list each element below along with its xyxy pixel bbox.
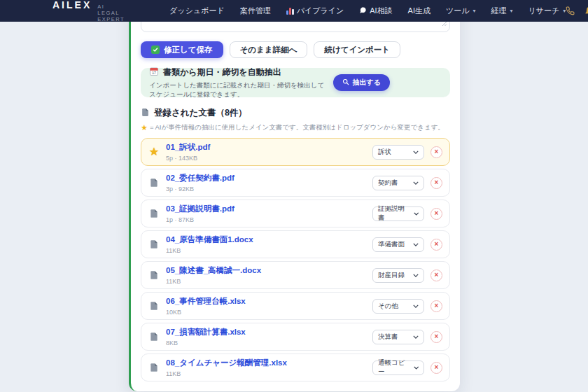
deadline-panel-description: インポートした書類にに記載された期日・締切を検出してスケジュールに登録できます。	[149, 81, 326, 99]
document-link[interactable]: 07_損害額計算書.xlsx	[166, 327, 366, 337]
close-icon: ×	[435, 241, 439, 248]
star-icon: ★	[141, 123, 148, 132]
svg-text:17: 17	[152, 71, 156, 75]
remove-document-button[interactable]: ×	[430, 300, 442, 312]
nav-research-menu[interactable]: リサーチ ▾	[528, 6, 566, 16]
document-meta: 3p · 92KB	[166, 186, 366, 192]
document-row: 08_タイムチャージ報酬管理.xlsx 11KB 通帳コピー ×	[141, 354, 450, 382]
document-meta: 11KB	[166, 247, 366, 254]
document-link[interactable]: 02_委任契約書.pdf	[166, 173, 366, 183]
check-icon	[151, 46, 160, 54]
document-type-select[interactable]: 訴状	[372, 145, 424, 160]
document-meta: 5p · 143KB	[166, 155, 366, 162]
deadline-extract-panel: 17 書類から期日・締切を自動抽出 インポートした書類にに記載された期日・締切を…	[141, 68, 450, 97]
app-tagline: AI LEGAL EXPERT	[97, 4, 125, 22]
nav-ai-generate[interactable]: AI生成	[408, 6, 430, 16]
file-icon	[148, 301, 160, 311]
chevron-down-icon	[413, 181, 419, 185]
document-type-select[interactable]: その他	[372, 299, 424, 314]
document-link[interactable]: 05_陳述書_高橋誠一.docx	[166, 265, 366, 276]
document-meta: 10KB	[166, 309, 366, 316]
brand[interactable]: AILEX AI LEGAL EXPERT	[52, 0, 125, 22]
document-list: ★ 01_訴状.pdf 5p · 143KB 訴状 × 02_委任契約書.pdf…	[141, 138, 450, 382]
file-icon	[141, 108, 150, 119]
main-nav: ダッシュボード 案件管理 パイプライン AI相談 AI生成 ツール ▾ 経理 ▾…	[169, 6, 566, 16]
bar-chart-icon	[286, 8, 294, 15]
chevron-down-icon	[413, 243, 419, 246]
nav-ai-consult[interactable]: AI相談	[359, 6, 392, 16]
chevron-down-icon	[413, 150, 419, 154]
extract-button[interactable]: 抽出する	[333, 74, 390, 91]
remove-document-button[interactable]: ×	[430, 270, 442, 281]
close-icon: ×	[435, 302, 439, 309]
navbar-actions: 1	[566, 4, 588, 18]
close-icon: ×	[435, 364, 439, 371]
document-row: 04_原告準備書面1.docx 11KB 準備書面 ×	[141, 230, 450, 258]
document-row: 06_事件管理台帳.xlsx 10KB その他 ×	[141, 292, 450, 320]
document-link[interactable]: 01_訴状.pdf	[166, 142, 366, 153]
remove-document-button[interactable]: ×	[430, 177, 442, 189]
continue-import-button[interactable]: 続けてインポート	[314, 41, 400, 58]
go-to-detail-button[interactable]: そのまま詳細へ	[230, 41, 308, 58]
document-meta: 11KB	[166, 370, 366, 377]
search-icon	[342, 78, 349, 87]
chevron-down-icon	[413, 274, 419, 277]
file-icon	[148, 239, 160, 249]
chevron-down-icon	[414, 212, 419, 216]
action-buttons: 修正して保存 そのまま詳細へ 続けてインポート	[141, 41, 450, 58]
remove-document-button[interactable]: ×	[430, 239, 442, 251]
deadline-panel-title: 書類から期日・締切を自動抽出	[163, 66, 281, 78]
nav-pipeline[interactable]: パイプライン	[286, 6, 344, 16]
remove-document-button[interactable]: ×	[430, 331, 442, 343]
document-meta: 11KB	[166, 278, 366, 285]
document-type-select[interactable]: 契約書	[372, 176, 424, 190]
remove-document-button[interactable]: ×	[430, 362, 442, 374]
chat-icon	[359, 6, 367, 15]
close-icon: ×	[435, 333, 439, 340]
document-row: 07_損害額計算書.xlsx 8KB 決算書 ×	[141, 323, 450, 351]
document-meta: 1p · 87KB	[166, 216, 366, 223]
document-row: 03_証拠説明書.pdf 1p · 87KB 証拠説明書 ×	[141, 200, 450, 227]
document-link[interactable]: 06_事件管理台帳.xlsx	[166, 296, 366, 307]
file-icon	[148, 332, 160, 342]
chevron-down-icon	[414, 366, 419, 370]
import-result-card: 修正して保存 そのまま詳細へ 続けてインポート 17 書類から期日・締切を自動抽…	[129, 0, 460, 391]
file-icon	[148, 270, 160, 280]
document-type-select[interactable]: 決算書	[372, 330, 424, 344]
close-icon: ×	[435, 210, 439, 217]
app-logo: AILEX	[52, 0, 92, 10]
file-icon	[148, 178, 160, 188]
top-navbar: AILEX AI LEGAL EXPERT ダッシュボード 案件管理 パイプライ…	[0, 0, 588, 22]
file-icon	[148, 363, 160, 372]
phone-icon[interactable]	[566, 6, 575, 15]
nav-dashboard[interactable]: ダッシュボード	[169, 6, 225, 16]
calendar-icon: 17	[149, 66, 159, 79]
document-type-select[interactable]: 財産目録	[372, 268, 424, 283]
chevron-down-icon: ▾	[473, 8, 476, 14]
remove-document-button[interactable]: ×	[430, 146, 442, 158]
remove-document-button[interactable]: ×	[430, 208, 442, 220]
document-type-select[interactable]: 証拠説明書	[372, 206, 424, 221]
bell-icon[interactable]: 1	[584, 6, 588, 16]
close-icon: ×	[435, 272, 439, 279]
save-button[interactable]: 修正して保存	[141, 41, 223, 58]
nav-case-management[interactable]: 案件管理	[240, 6, 271, 16]
nav-tools-menu[interactable]: ツール ▾	[446, 6, 476, 16]
document-row: 02_委任契約書.pdf 3p · 92KB 契約書 ×	[141, 169, 450, 197]
file-icon	[148, 209, 160, 218]
document-link[interactable]: 03_証拠説明書.pdf	[166, 204, 366, 214]
chevron-down-icon: ▾	[510, 8, 513, 14]
nav-accounting-menu[interactable]: 経理 ▾	[491, 6, 513, 16]
star-icon: ★	[148, 146, 160, 158]
documents-heading: 登録された文書（8件）	[141, 107, 450, 119]
document-meta: 8KB	[166, 340, 366, 346]
chevron-down-icon	[413, 335, 419, 339]
document-link[interactable]: 04_原告準備書面1.docx	[166, 234, 366, 245]
chevron-down-icon	[413, 304, 419, 308]
close-icon: ×	[435, 148, 439, 155]
document-row: ★ 01_訴状.pdf 5p · 143KB 訴状 ×	[141, 138, 450, 166]
document-type-select[interactable]: 通帳コピー	[372, 360, 424, 375]
documents-note: ★ = AIが事件情報の抽出に使用したメイン文書です。文書種別はドロップダウンか…	[141, 123, 450, 132]
document-type-select[interactable]: 準備書面	[372, 237, 424, 252]
document-link[interactable]: 08_タイムチャージ報酬管理.xlsx	[166, 358, 366, 368]
